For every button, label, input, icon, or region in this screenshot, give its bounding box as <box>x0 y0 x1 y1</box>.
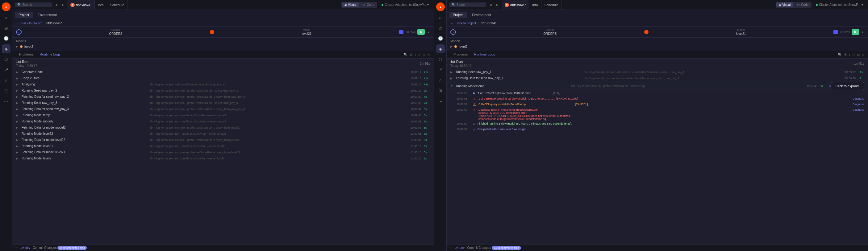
nav-forward[interactable]: ▶ <box>61 2 65 7</box>
log-entry[interactable]: ▶ Running Model temp dbt --log-format js… <box>12 112 434 118</box>
sidebar-icon-5[interactable]: ⎇ <box>2 65 10 74</box>
log-entry[interactable]: ▼ Running Model temp dbt --log-format js… <box>447 81 868 91</box>
sidebar-icon-0[interactable]: ⌂ <box>2 13 10 22</box>
search-input[interactable] <box>457 3 484 6</box>
view-btn-visual[interactable]: ◉Visual <box>776 2 793 7</box>
sidebar-icon-5[interactable]: ⎇ <box>436 65 445 74</box>
sidebar-icon-8[interactable]: ⋯ <box>2 97 10 105</box>
tab-dbtsnowp[interactable]: ddbtSnowP <box>67 0 95 10</box>
log-expand-icon[interactable]: ▶ <box>16 95 19 98</box>
tab-schedule[interactable]: Schedule <box>541 0 562 10</box>
run-button[interactable]: ▶ <box>417 29 425 35</box>
sidebar-icon-1[interactable]: ◎ <box>436 24 445 32</box>
log-entry[interactable]: ▶ Fetching Data for seed raw_pay_2 dbt -… <box>12 94 434 100</box>
sidebar-icon-6[interactable]: ☆ <box>2 76 10 84</box>
back-to-project-link[interactable]: Back to project <box>21 22 42 25</box>
log-entry[interactable]: ▶ Fetching Data for seed raw_pay_1 dbt -… <box>447 75 868 81</box>
sidebar-icon-3[interactable]: ◈ <box>2 44 10 53</box>
sidebar-icon-3[interactable]: ◈ <box>436 44 445 53</box>
sidebar-logo[interactable]: ● <box>436 2 445 11</box>
log-sort-icon[interactable]: ↕ <box>414 53 416 57</box>
log-expand-icon[interactable]: ▶ <box>16 157 19 160</box>
sub-action[interactable]: Diagnose <box>852 103 864 106</box>
log-expand-icon[interactable]: ▶ <box>16 83 19 86</box>
tab-...[interactable]: ... <box>562 0 571 10</box>
log-expand-icon[interactable]: ▶ <box>16 126 19 129</box>
log-expand-icon[interactable]: ▶ <box>16 145 19 148</box>
sidebar-logo[interactable]: ● <box>2 2 10 11</box>
proj-tab-environment[interactable]: Environment <box>34 12 61 18</box>
sidebar-icon-4[interactable]: ⬡ <box>2 55 10 64</box>
model-item[interactable]: ▶ level2 <box>451 44 864 49</box>
proj-tab-environment[interactable]: Environment <box>468 12 495 18</box>
tab-info[interactable]: Info <box>95 0 107 10</box>
log-entry[interactable]: ▶ Running Model level2 dbt --log-format … <box>12 155 434 162</box>
expand-icon[interactable]: ▲ <box>427 30 430 34</box>
cluster-chevron[interactable]: ▾ <box>427 3 429 6</box>
log-expand-icon[interactable]: ▶ <box>16 108 19 111</box>
log-entry[interactable]: ▶ Generate Code 10:59:17 +1s <box>12 69 434 75</box>
log-expand-icon[interactable]: ▼ <box>451 84 454 87</box>
model-item[interactable]: ▶ level2 <box>16 44 430 49</box>
sub-action[interactable]: Diagnose <box>852 108 864 111</box>
bottom-menu-icon[interactable]: ⋯ <box>449 246 452 249</box>
log-entry[interactable]: ▶ Running Model level22 dbt --log-format… <box>12 131 434 137</box>
log-entry[interactable]: ▶ Fetching Data for seed raw_pay_3 dbt -… <box>12 106 434 112</box>
log-expand-icon[interactable]: ▶ <box>16 114 19 117</box>
tab-schedule[interactable]: Schedule <box>107 0 128 10</box>
cluster-chevron[interactable]: ▾ <box>862 3 863 6</box>
log-tab-runtime-logs[interactable]: Runtime Logs <box>471 51 498 58</box>
log-entry[interactable]: ▶ Running Seed raw_pay_3 dbt --log-forma… <box>12 100 434 106</box>
sidebar-icon-0[interactable]: ⌂ <box>436 13 445 22</box>
log-expand-icon[interactable]: ▶ <box>16 77 19 80</box>
log-entry[interactable]: ▶ Running Model level21 dbt --log-format… <box>12 143 434 149</box>
log-filter-icon[interactable]: ⚙ <box>410 53 413 57</box>
proj-tab-project[interactable]: Project <box>449 12 467 18</box>
tab-info[interactable]: Info <box>529 0 541 10</box>
log-entry[interactable]: ▶ Running Seed raw_pay_2 dbt --log-forma… <box>12 87 434 94</box>
sidebar-icon-4[interactable]: ⬡ <box>436 55 445 64</box>
view-btn-code[interactable]: </>Code <box>794 2 811 7</box>
commit-changes-btn[interactable]: Commit Changes 34 uncommitted files <box>33 246 87 249</box>
nav-back[interactable]: ◀ <box>54 2 59 7</box>
log-close-icon[interactable]: ✕ <box>862 53 864 57</box>
tab-dbtsnowp[interactable]: ddbtSnowP <box>502 0 529 10</box>
log-expand-icon[interactable]: ▶ <box>16 89 19 92</box>
log-expand-icon[interactable]: ▶ <box>451 77 454 80</box>
search-input[interactable] <box>22 3 50 6</box>
log-tab-problems[interactable]: Problems <box>451 51 471 58</box>
sub-action[interactable]: Diagnose <box>852 97 864 100</box>
sidebar-icon-1[interactable]: ◎ <box>2 24 10 32</box>
proj-tab-project[interactable]: Project <box>15 12 33 18</box>
log-expand-icon[interactable]: ▶ <box>16 120 19 123</box>
log-tab-runtime-logs[interactable]: Runtime Logs <box>36 51 64 58</box>
sidebar-icon-7[interactable]: ⊞ <box>2 86 10 95</box>
log-entry[interactable]: ▶ Copy 75 files 10:59:18 +1s <box>12 75 434 81</box>
log-expand-icon[interactable]: ▶ <box>16 132 19 135</box>
log-collapse-icon[interactable]: ⊟ <box>857 53 860 57</box>
nav-forward[interactable]: ▶ <box>495 2 500 7</box>
back-to-project-link[interactable]: Back to project <box>456 22 476 25</box>
log-tab-problems[interactable]: Problems <box>16 51 36 58</box>
log-expand-icon[interactable]: ▶ <box>16 71 19 74</box>
log-search-icon[interactable]: 🔍 <box>838 53 842 57</box>
sidebar-icon-8[interactable]: ⋯ <box>436 97 445 105</box>
nav-back[interactable]: ◀ <box>488 2 493 7</box>
log-close-icon[interactable]: ✕ <box>427 53 430 57</box>
log-expand-icon[interactable]: ▶ <box>451 71 454 74</box>
log-expand-all-icon[interactable]: ⤢ <box>852 53 855 57</box>
log-expand-all-icon[interactable]: ⤢ <box>418 53 421 57</box>
log-entry[interactable]: ▶ Fetching Data for model level21 dbt --… <box>12 149 434 155</box>
sidebar-icon-7[interactable]: ⊞ <box>436 86 445 95</box>
log-filter-icon[interactable]: ⚙ <box>844 53 847 57</box>
view-btn-code[interactable]: </>Code <box>359 2 377 7</box>
expand-icon[interactable]: ▲ <box>861 30 864 34</box>
commit-changes-btn[interactable]: Commit Changes 34 uncommitted files <box>467 246 521 249</box>
log-entry[interactable]: ▶ Analysing dbt --log-format json -q ls … <box>12 81 434 87</box>
run-button[interactable]: ▶ <box>851 29 859 35</box>
log-entry[interactable]: ▶ Fetching Data for model model2 dbt --l… <box>12 124 434 131</box>
log-sort-icon[interactable]: ↕ <box>849 53 851 57</box>
log-entry[interactable]: ▶ Fetching Data for model level22 dbt --… <box>12 137 434 143</box>
bottom-menu-icon[interactable]: ⋯ <box>15 246 18 249</box>
log-expand-icon[interactable]: ▶ <box>16 102 19 105</box>
